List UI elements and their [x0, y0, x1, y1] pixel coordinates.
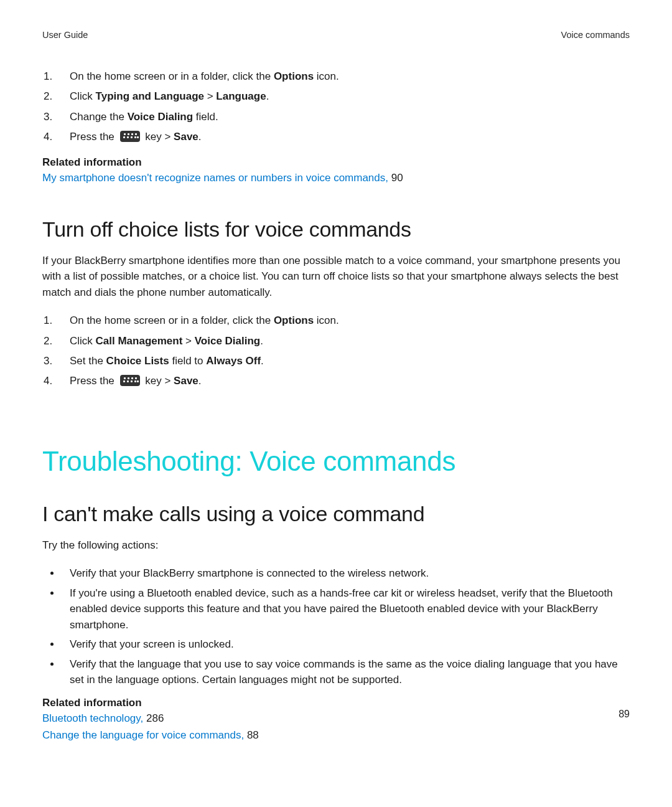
- section-body: If your BlackBerry smartphone identifies…: [42, 253, 630, 301]
- related-link[interactable]: Bluetooth technology,: [42, 712, 143, 724]
- step-text: .: [198, 375, 202, 387]
- section1-steps-list: On the home screen or in a folder, click…: [42, 313, 630, 389]
- related-link-row: Bluetooth technology, 286: [42, 710, 630, 727]
- header-right: Voice commands: [561, 30, 630, 40]
- header-left: User Guide: [42, 30, 88, 40]
- step-bold: Call Management: [96, 335, 183, 347]
- step-text: Press the: [70, 131, 118, 143]
- related-link[interactable]: My smartphone doesn't recognize names or…: [42, 172, 388, 184]
- list-item: Press the key > Save.: [42, 373, 630, 389]
- page-number: 89: [618, 709, 630, 720]
- troubleshoot-bullets: Verify that your BlackBerry smartphone i…: [42, 565, 630, 688]
- menu-key-icon: [120, 131, 140, 142]
- section-heading: Turn off choice lists for voice commands: [42, 217, 630, 242]
- step-text: Click: [70, 90, 96, 102]
- list-item: Click Call Management > Voice Dialing.: [42, 333, 630, 349]
- step-text: field to: [169, 355, 207, 367]
- list-item: Verify that the language that you use to…: [61, 656, 630, 688]
- related-link-row: My smartphone doesn't recognize names or…: [42, 170, 630, 186]
- list-item: Press the key > Save.: [42, 129, 630, 145]
- related-page-ref: 90: [388, 172, 403, 184]
- menu-key-icon: [120, 375, 140, 386]
- step-bold: Always Off: [206, 355, 261, 367]
- chapter-heading: Troubleshooting: Voice commands: [42, 446, 630, 477]
- step-bold: Voice Dialing: [195, 335, 261, 347]
- step-text: On the home screen or in a folder, click…: [70, 70, 274, 82]
- intro-steps-list: On the home screen or in a folder, click…: [42, 68, 630, 145]
- related-link[interactable]: Change the language for voice commands,: [42, 729, 244, 741]
- list-item: On the home screen or in a folder, click…: [42, 68, 630, 85]
- running-header: User Guide Voice commands: [42, 30, 630, 40]
- list-item: Verify that your BlackBerry smartphone i…: [61, 565, 630, 582]
- step-bold: Save: [174, 375, 198, 387]
- step-text: key >: [142, 375, 174, 387]
- list-item: Set the Choice Lists field to Always Off…: [42, 353, 630, 369]
- step-text: .: [261, 355, 264, 367]
- step-text: On the home screen or in a folder, click…: [70, 314, 274, 326]
- step-text: key >: [142, 131, 174, 143]
- step-bold: Choice Lists: [106, 355, 169, 367]
- section-lead: Try the following actions:: [42, 537, 630, 554]
- step-text: icon.: [314, 314, 339, 326]
- list-item: If you're using a Bluetooth enabled devi…: [61, 585, 630, 633]
- list-item: On the home screen or in a folder, click…: [42, 313, 630, 329]
- page: User Guide Voice commands On the home sc…: [0, 0, 672, 743]
- step-text: .: [266, 90, 269, 102]
- related-heading: Related information: [42, 697, 630, 709]
- step-text: Press the: [70, 375, 118, 387]
- list-item: Click Typing and Language > Language.: [42, 88, 630, 105]
- step-bold: Save: [174, 131, 198, 143]
- step-text: .: [198, 131, 202, 143]
- step-text: Set the: [70, 355, 106, 367]
- step-bold: Options: [274, 70, 314, 82]
- related-heading: Related information: [42, 156, 630, 169]
- related-link-row: Change the language for voice commands, …: [42, 727, 630, 743]
- step-text: >: [204, 90, 216, 102]
- step-text: field.: [193, 111, 218, 123]
- list-item: Verify that your screen is unlocked.: [61, 636, 630, 653]
- related-page-ref: 286: [143, 712, 164, 724]
- section-heading: I can't make calls using a voice command: [42, 502, 630, 526]
- step-text: >: [182, 335, 194, 347]
- step-text: Change the: [70, 111, 128, 123]
- step-bold: Voice Dialing: [128, 111, 194, 123]
- step-bold: Typing and Language: [96, 90, 204, 102]
- list-item: Change the Voice Dialing field.: [42, 109, 630, 125]
- step-bold: Language: [216, 90, 266, 102]
- step-text: .: [260, 335, 263, 347]
- step-bold: Options: [274, 314, 314, 326]
- step-text: icon.: [314, 70, 339, 82]
- related-page-ref: 88: [244, 729, 259, 741]
- step-text: Click: [70, 335, 96, 347]
